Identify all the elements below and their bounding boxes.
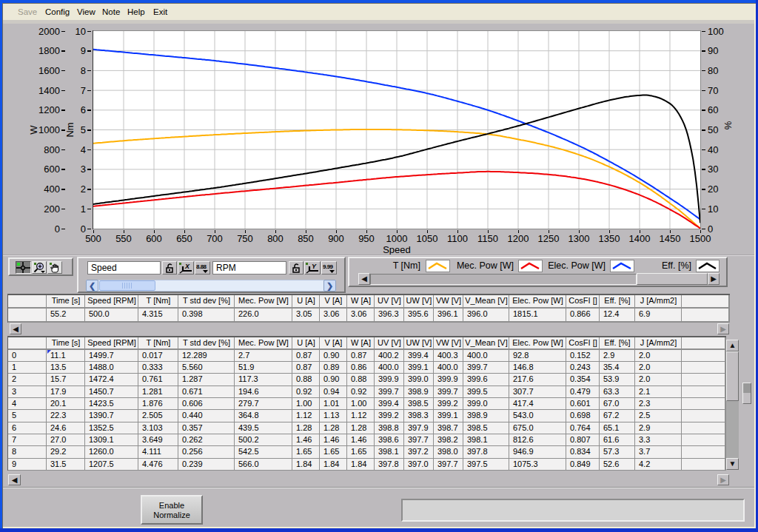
svg-text:8.88: 8.88	[196, 263, 207, 270]
svg-text:X: X	[184, 263, 190, 270]
svg-text:Y: Y	[312, 263, 317, 270]
svg-text:9.99: 9.99	[323, 263, 334, 270]
